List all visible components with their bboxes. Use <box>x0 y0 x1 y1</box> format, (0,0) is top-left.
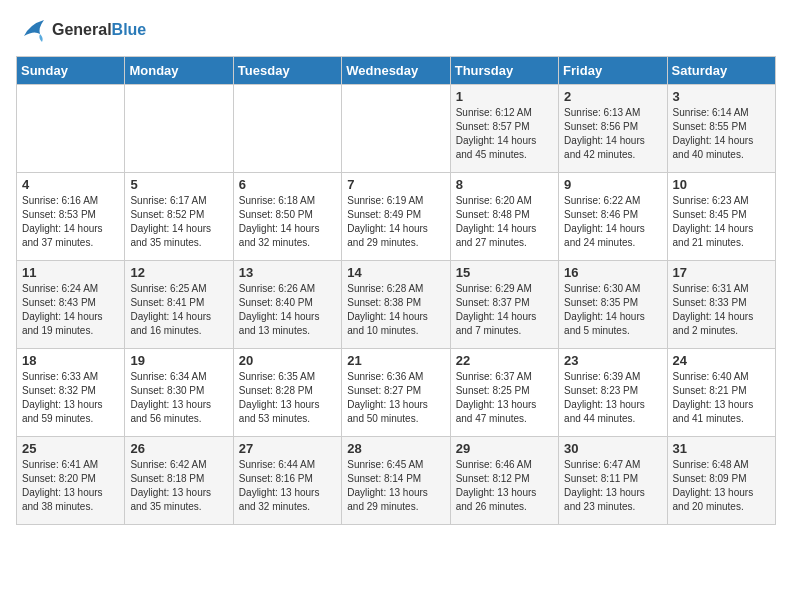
week-row-4: 18Sunrise: 6:33 AM Sunset: 8:32 PM Dayli… <box>17 349 776 437</box>
calendar-cell <box>125 85 233 173</box>
day-number: 16 <box>564 265 661 280</box>
day-number: 31 <box>673 441 770 456</box>
day-number: 23 <box>564 353 661 368</box>
header-thursday: Thursday <box>450 57 558 85</box>
day-number: 11 <box>22 265 119 280</box>
calendar-cell: 2Sunrise: 6:13 AM Sunset: 8:56 PM Daylig… <box>559 85 667 173</box>
calendar-cell: 8Sunrise: 6:20 AM Sunset: 8:48 PM Daylig… <box>450 173 558 261</box>
calendar-cell: 25Sunrise: 6:41 AM Sunset: 8:20 PM Dayli… <box>17 437 125 525</box>
logo: GeneralBlue <box>16 16 146 44</box>
header-friday: Friday <box>559 57 667 85</box>
calendar-cell: 15Sunrise: 6:29 AM Sunset: 8:37 PM Dayli… <box>450 261 558 349</box>
day-number: 12 <box>130 265 227 280</box>
calendar-cell: 7Sunrise: 6:19 AM Sunset: 8:49 PM Daylig… <box>342 173 450 261</box>
calendar-cell: 27Sunrise: 6:44 AM Sunset: 8:16 PM Dayli… <box>233 437 341 525</box>
day-info: Sunrise: 6:35 AM Sunset: 8:28 PM Dayligh… <box>239 370 336 426</box>
calendar-cell: 24Sunrise: 6:40 AM Sunset: 8:21 PM Dayli… <box>667 349 775 437</box>
day-number: 28 <box>347 441 444 456</box>
calendar-cell: 29Sunrise: 6:46 AM Sunset: 8:12 PM Dayli… <box>450 437 558 525</box>
calendar-cell: 28Sunrise: 6:45 AM Sunset: 8:14 PM Dayli… <box>342 437 450 525</box>
day-info: Sunrise: 6:42 AM Sunset: 8:18 PM Dayligh… <box>130 458 227 514</box>
day-number: 9 <box>564 177 661 192</box>
day-info: Sunrise: 6:44 AM Sunset: 8:16 PM Dayligh… <box>239 458 336 514</box>
day-info: Sunrise: 6:48 AM Sunset: 8:09 PM Dayligh… <box>673 458 770 514</box>
day-number: 7 <box>347 177 444 192</box>
day-info: Sunrise: 6:26 AM Sunset: 8:40 PM Dayligh… <box>239 282 336 338</box>
day-info: Sunrise: 6:20 AM Sunset: 8:48 PM Dayligh… <box>456 194 553 250</box>
day-info: Sunrise: 6:36 AM Sunset: 8:27 PM Dayligh… <box>347 370 444 426</box>
header-tuesday: Tuesday <box>233 57 341 85</box>
calendar-cell: 12Sunrise: 6:25 AM Sunset: 8:41 PM Dayli… <box>125 261 233 349</box>
calendar-cell: 23Sunrise: 6:39 AM Sunset: 8:23 PM Dayli… <box>559 349 667 437</box>
calendar-cell <box>342 85 450 173</box>
day-number: 8 <box>456 177 553 192</box>
day-number: 6 <box>239 177 336 192</box>
day-info: Sunrise: 6:46 AM Sunset: 8:12 PM Dayligh… <box>456 458 553 514</box>
calendar-cell: 14Sunrise: 6:28 AM Sunset: 8:38 PM Dayli… <box>342 261 450 349</box>
day-info: Sunrise: 6:13 AM Sunset: 8:56 PM Dayligh… <box>564 106 661 162</box>
logo-text: GeneralBlue <box>52 21 146 39</box>
calendar-cell: 18Sunrise: 6:33 AM Sunset: 8:32 PM Dayli… <box>17 349 125 437</box>
day-info: Sunrise: 6:22 AM Sunset: 8:46 PM Dayligh… <box>564 194 661 250</box>
day-info: Sunrise: 6:37 AM Sunset: 8:25 PM Dayligh… <box>456 370 553 426</box>
day-number: 17 <box>673 265 770 280</box>
day-info: Sunrise: 6:23 AM Sunset: 8:45 PM Dayligh… <box>673 194 770 250</box>
calendar-cell: 31Sunrise: 6:48 AM Sunset: 8:09 PM Dayli… <box>667 437 775 525</box>
calendar-cell: 17Sunrise: 6:31 AM Sunset: 8:33 PM Dayli… <box>667 261 775 349</box>
header-sunday: Sunday <box>17 57 125 85</box>
calendar-cell <box>17 85 125 173</box>
day-info: Sunrise: 6:30 AM Sunset: 8:35 PM Dayligh… <box>564 282 661 338</box>
day-info: Sunrise: 6:12 AM Sunset: 8:57 PM Dayligh… <box>456 106 553 162</box>
day-info: Sunrise: 6:28 AM Sunset: 8:38 PM Dayligh… <box>347 282 444 338</box>
week-row-1: 1Sunrise: 6:12 AM Sunset: 8:57 PM Daylig… <box>17 85 776 173</box>
day-info: Sunrise: 6:34 AM Sunset: 8:30 PM Dayligh… <box>130 370 227 426</box>
calendar-cell: 13Sunrise: 6:26 AM Sunset: 8:40 PM Dayli… <box>233 261 341 349</box>
calendar-cell: 20Sunrise: 6:35 AM Sunset: 8:28 PM Dayli… <box>233 349 341 437</box>
day-info: Sunrise: 6:16 AM Sunset: 8:53 PM Dayligh… <box>22 194 119 250</box>
day-info: Sunrise: 6:31 AM Sunset: 8:33 PM Dayligh… <box>673 282 770 338</box>
day-number: 29 <box>456 441 553 456</box>
calendar-cell: 5Sunrise: 6:17 AM Sunset: 8:52 PM Daylig… <box>125 173 233 261</box>
day-number: 15 <box>456 265 553 280</box>
day-info: Sunrise: 6:41 AM Sunset: 8:20 PM Dayligh… <box>22 458 119 514</box>
day-number: 18 <box>22 353 119 368</box>
calendar-cell: 26Sunrise: 6:42 AM Sunset: 8:18 PM Dayli… <box>125 437 233 525</box>
calendar-cell: 22Sunrise: 6:37 AM Sunset: 8:25 PM Dayli… <box>450 349 558 437</box>
day-info: Sunrise: 6:40 AM Sunset: 8:21 PM Dayligh… <box>673 370 770 426</box>
day-info: Sunrise: 6:45 AM Sunset: 8:14 PM Dayligh… <box>347 458 444 514</box>
day-info: Sunrise: 6:47 AM Sunset: 8:11 PM Dayligh… <box>564 458 661 514</box>
day-info: Sunrise: 6:18 AM Sunset: 8:50 PM Dayligh… <box>239 194 336 250</box>
day-number: 1 <box>456 89 553 104</box>
day-number: 3 <box>673 89 770 104</box>
calendar-cell: 9Sunrise: 6:22 AM Sunset: 8:46 PM Daylig… <box>559 173 667 261</box>
calendar-cell: 16Sunrise: 6:30 AM Sunset: 8:35 PM Dayli… <box>559 261 667 349</box>
day-number: 24 <box>673 353 770 368</box>
header-saturday: Saturday <box>667 57 775 85</box>
calendar-cell: 3Sunrise: 6:14 AM Sunset: 8:55 PM Daylig… <box>667 85 775 173</box>
day-info: Sunrise: 6:19 AM Sunset: 8:49 PM Dayligh… <box>347 194 444 250</box>
day-number: 2 <box>564 89 661 104</box>
day-info: Sunrise: 6:25 AM Sunset: 8:41 PM Dayligh… <box>130 282 227 338</box>
day-info: Sunrise: 6:33 AM Sunset: 8:32 PM Dayligh… <box>22 370 119 426</box>
calendar-table: SundayMondayTuesdayWednesdayThursdayFrid… <box>16 56 776 525</box>
day-number: 21 <box>347 353 444 368</box>
header-wednesday: Wednesday <box>342 57 450 85</box>
day-number: 10 <box>673 177 770 192</box>
calendar-cell: 19Sunrise: 6:34 AM Sunset: 8:30 PM Dayli… <box>125 349 233 437</box>
day-info: Sunrise: 6:24 AM Sunset: 8:43 PM Dayligh… <box>22 282 119 338</box>
week-row-2: 4Sunrise: 6:16 AM Sunset: 8:53 PM Daylig… <box>17 173 776 261</box>
calendar-cell <box>233 85 341 173</box>
day-number: 19 <box>130 353 227 368</box>
calendar-cell: 11Sunrise: 6:24 AM Sunset: 8:43 PM Dayli… <box>17 261 125 349</box>
logo-icon <box>16 16 48 44</box>
day-info: Sunrise: 6:14 AM Sunset: 8:55 PM Dayligh… <box>673 106 770 162</box>
day-number: 30 <box>564 441 661 456</box>
calendar-cell: 1Sunrise: 6:12 AM Sunset: 8:57 PM Daylig… <box>450 85 558 173</box>
day-number: 20 <box>239 353 336 368</box>
calendar-cell: 6Sunrise: 6:18 AM Sunset: 8:50 PM Daylig… <box>233 173 341 261</box>
week-row-5: 25Sunrise: 6:41 AM Sunset: 8:20 PM Dayli… <box>17 437 776 525</box>
day-number: 25 <box>22 441 119 456</box>
week-row-3: 11Sunrise: 6:24 AM Sunset: 8:43 PM Dayli… <box>17 261 776 349</box>
calendar-cell: 4Sunrise: 6:16 AM Sunset: 8:53 PM Daylig… <box>17 173 125 261</box>
weekday-header-row: SundayMondayTuesdayWednesdayThursdayFrid… <box>17 57 776 85</box>
